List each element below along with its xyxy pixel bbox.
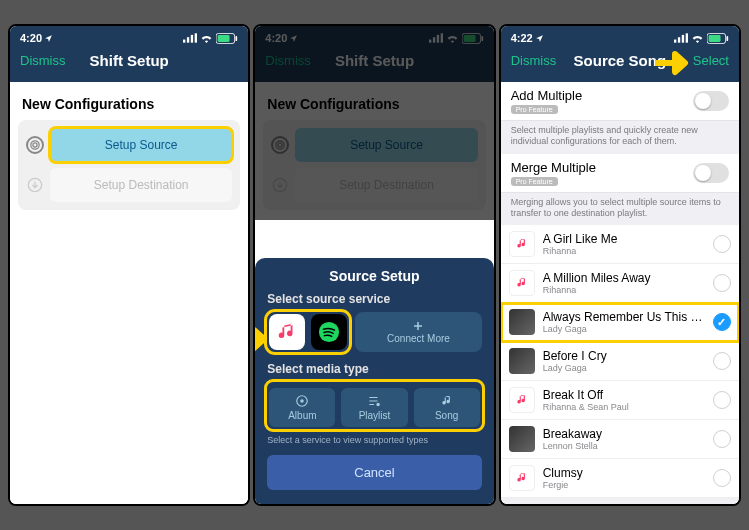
svg-rect-27 [686, 33, 688, 42]
svg-rect-0 [183, 40, 185, 43]
config-card: Setup Source Setup Destination [18, 120, 240, 210]
svg-point-22 [301, 400, 303, 402]
song-text: Always Remember Us This WayLady Gaga [543, 310, 705, 334]
svg-rect-11 [433, 37, 435, 42]
select-media-label: Select media type [267, 362, 481, 376]
music-note-icon [509, 465, 535, 491]
playlist-icon [367, 394, 381, 408]
select-service-label: Select source service [267, 292, 481, 306]
song-radio[interactable] [713, 313, 731, 331]
svg-rect-6 [236, 35, 238, 40]
album-art-icon [509, 309, 535, 335]
media-row: Album Playlist Song [269, 388, 479, 427]
album-art-icon [509, 426, 535, 452]
spotify-icon [318, 321, 340, 343]
song-radio[interactable] [713, 352, 731, 370]
service-spotify[interactable] [311, 314, 347, 350]
svg-rect-30 [726, 35, 728, 40]
setup-destination-button[interactable]: Setup Destination [50, 168, 232, 202]
service-apple-music[interactable] [269, 314, 305, 350]
media-hint: Select a service to view supported types [267, 435, 481, 445]
dismiss-button[interactable]: Dismiss [20, 53, 68, 68]
signal-icon [674, 33, 688, 43]
media-playlist[interactable]: Playlist [341, 388, 407, 427]
song-row[interactable]: BreakawayLennon Stella [501, 420, 739, 459]
album-art-icon [509, 348, 535, 374]
svg-point-17 [278, 143, 282, 147]
song-row[interactable]: Always Remember Us This WayLady Gaga [501, 303, 739, 342]
plus-icon [412, 320, 424, 332]
phone-screen-3: 4:22 Dismiss Source Song Select Add Mult… [499, 24, 741, 506]
source-indicator-icon [271, 136, 289, 154]
song-title: A Million Miles Away [543, 271, 705, 285]
song-artist: Rihanna [543, 246, 705, 256]
setup-source-button[interactable]: Setup Source [50, 128, 232, 162]
pro-badge: Pro Feature [511, 105, 558, 114]
svg-point-8 [31, 141, 39, 149]
battery-icon [216, 33, 238, 44]
signal-icon [183, 33, 197, 43]
song-artist: Lennon Stella [543, 441, 705, 451]
status-time: 4:20 [20, 32, 42, 44]
song-title: Breakaway [543, 427, 705, 441]
song-radio[interactable] [713, 469, 731, 487]
location-icon [535, 34, 544, 43]
song-row[interactable]: Before I CryLady Gaga [501, 342, 739, 381]
song-radio[interactable] [713, 235, 731, 253]
song-text: ClumsyFergie [543, 466, 705, 490]
music-note-icon [509, 270, 535, 296]
song-row[interactable]: ClumsyFergie [501, 459, 739, 498]
media-song[interactable]: Song [414, 388, 480, 427]
svg-rect-26 [682, 35, 684, 43]
source-indicator-icon [26, 136, 44, 154]
section-title: New Configurations [267, 96, 481, 112]
song-radio[interactable] [713, 430, 731, 448]
song-row[interactable]: Break It OffRihanna & Sean Paul [501, 381, 739, 420]
song-artist: Lady Gaga [543, 324, 705, 334]
select-button[interactable]: Select [681, 53, 729, 68]
location-icon [44, 34, 53, 43]
header: 4:22 Dismiss Source Song Select [501, 26, 739, 82]
dismiss-button[interactable]: Dismiss [265, 53, 313, 68]
sheet-title: Source Setup [267, 268, 481, 284]
music-note-icon [509, 231, 535, 257]
music-note-icon [509, 387, 535, 413]
dismiss-button[interactable]: Dismiss [511, 53, 559, 68]
source-setup-sheet: Source Setup Select source service Conne… [255, 258, 493, 504]
page-title: Source Song [559, 52, 681, 69]
song-icon [440, 394, 454, 408]
song-radio[interactable] [713, 391, 731, 409]
status-time: 4:22 [511, 32, 533, 44]
song-text: Before I CryLady Gaga [543, 349, 705, 373]
svg-rect-1 [187, 37, 189, 42]
status-bar: 4:20 [255, 26, 493, 46]
wifi-icon [200, 33, 213, 43]
add-multiple-toggle[interactable] [693, 91, 729, 111]
song-title: Before I Cry [543, 349, 705, 363]
connect-more-label: Connect More [387, 333, 450, 344]
merge-multiple-row: Merge Multiple Pro Feature [501, 154, 739, 193]
svg-rect-29 [709, 35, 721, 42]
svg-rect-5 [218, 35, 230, 42]
song-title: Break It Off [543, 388, 705, 402]
services-highlight [267, 312, 349, 352]
song-title: Clumsy [543, 466, 705, 480]
flow-arrow-icon [26, 176, 44, 194]
media-row-highlight: Album Playlist Song [267, 382, 481, 429]
svg-rect-3 [195, 33, 197, 42]
page-title: Shift Setup [68, 52, 190, 69]
song-radio[interactable] [713, 274, 731, 292]
connect-more-button[interactable]: Connect More [355, 312, 481, 352]
media-album[interactable]: Album [269, 388, 335, 427]
song-row[interactable]: A Million Miles AwayRihanna [501, 264, 739, 303]
cancel-button[interactable]: Cancel [267, 455, 481, 490]
media-album-label: Album [288, 410, 316, 421]
song-artist: Fergie [543, 480, 705, 490]
merge-multiple-toggle[interactable] [693, 163, 729, 183]
add-multiple-note: Select multiple playlists and quickly cr… [501, 121, 739, 154]
svg-rect-16 [481, 35, 483, 40]
svg-rect-13 [440, 33, 442, 42]
battery-icon [707, 33, 729, 44]
body: New Configurations Setup Source Setup De… [10, 82, 248, 504]
song-row[interactable]: A Girl Like MeRihanna [501, 225, 739, 264]
